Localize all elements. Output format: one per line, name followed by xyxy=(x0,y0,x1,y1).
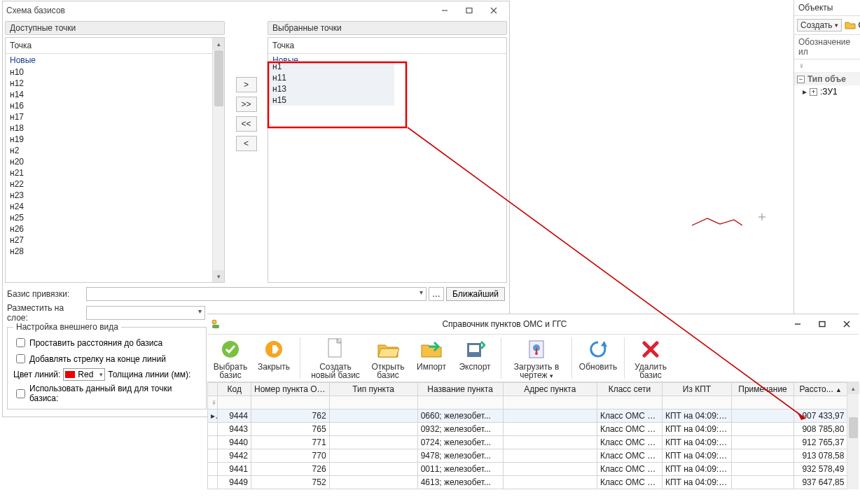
arrow-checkbox[interactable] xyxy=(16,354,25,363)
available-point[interactable]: н23 xyxy=(6,190,224,201)
available-point[interactable]: н28 xyxy=(6,246,224,257)
scroll-up-icon[interactable]: ▴ xyxy=(213,38,225,50)
dir-close-button[interactable] xyxy=(834,316,859,333)
filter-num[interactable] xyxy=(251,396,329,410)
table-scroll-thumb[interactable] xyxy=(849,417,858,438)
category-new[interactable]: Новые xyxy=(6,54,224,66)
scroll-down-icon[interactable]: ▾ xyxy=(213,270,225,282)
filter-addr[interactable] xyxy=(503,396,597,410)
import-button[interactable]: Импорт xyxy=(412,336,450,371)
object-zu1[interactable]: :ЗУ1 xyxy=(820,87,838,97)
open-basis-button[interactable]: Открыть базис xyxy=(369,336,407,379)
available-points-list[interactable]: Точка Новые н10н12н14н16н17н18н19н2н20н2… xyxy=(5,37,225,283)
close-button[interactable] xyxy=(481,1,506,19)
maximize-button[interactable] xyxy=(457,1,481,19)
scroll-thumb[interactable] xyxy=(214,50,223,106)
table-row[interactable]: 94497524613; железобет...Класс ОМС – ...… xyxy=(208,476,859,489)
available-point[interactable]: н20 xyxy=(6,156,224,167)
filter-code[interactable] xyxy=(218,396,251,410)
close-button-tool[interactable]: Закрыть xyxy=(255,336,293,371)
distance-checkbox[interactable] xyxy=(16,338,25,347)
refresh-button[interactable]: Обновить xyxy=(579,336,617,371)
load-to-drawing-button[interactable]: Загрузить в чертеж ▾ xyxy=(508,336,564,380)
create-button[interactable]: Создать▾ xyxy=(797,19,842,31)
appearance-group: Настройка внешнего вида Проставить расст… xyxy=(7,327,207,410)
filter-note[interactable] xyxy=(732,396,794,410)
col-class[interactable]: Класс сети xyxy=(597,383,662,396)
table-row[interactable]: 94437650932; железобет...Класс ОМС – ...… xyxy=(208,423,859,436)
export-button[interactable]: Экспорт xyxy=(456,336,494,371)
available-point[interactable]: н24 xyxy=(6,201,224,212)
col-note[interactable]: Примечание xyxy=(732,383,794,396)
filter-icon-cell[interactable]: ♀ xyxy=(208,396,218,410)
scrollbar[interactable]: ▴ ▾ xyxy=(212,38,224,282)
points-table[interactable]: Код Номер пункта ОМС Тип пункта Название… xyxy=(207,382,859,489)
available-point[interactable]: н21 xyxy=(6,167,224,178)
available-point[interactable]: н12 xyxy=(6,78,224,89)
available-point[interactable]: н2 xyxy=(6,145,224,156)
available-point[interactable]: н17 xyxy=(6,111,224,122)
selected-points-list[interactable]: Точка Новые н1н11н13н15 xyxy=(268,37,507,283)
available-point[interactable]: н27 xyxy=(6,234,224,246)
available-point[interactable]: н19 xyxy=(6,134,224,145)
col-kpt[interactable]: Из КПТ xyxy=(662,383,731,396)
basis-combo[interactable] xyxy=(86,287,426,301)
move-right-button[interactable]: > xyxy=(236,77,257,92)
filter-icon[interactable]: ♀ xyxy=(797,61,805,71)
move-all-right-button[interactable]: >> xyxy=(236,97,257,112)
select-basis-button[interactable]: Выбрать базис xyxy=(211,336,249,379)
col-dist[interactable]: Рассто... ▲ xyxy=(793,383,847,396)
filter-kpt[interactable] xyxy=(662,396,731,410)
svg-rect-9 xyxy=(819,322,825,327)
arrow-label: Добавлять стрелку на конце линий xyxy=(29,354,166,364)
sort-asc-icon: ▲ xyxy=(835,386,842,393)
table-row[interactable]: 94447620660; железобет...Класс ОМС – ...… xyxy=(208,410,859,423)
col-addr[interactable]: Адрес пункта xyxy=(503,383,597,396)
useview-checkbox[interactable] xyxy=(16,389,25,398)
expand-type-button[interactable]: − xyxy=(797,76,805,83)
col-type[interactable]: Тип пункта xyxy=(329,383,417,396)
col-name[interactable]: Название пункта xyxy=(417,383,503,396)
available-point[interactable]: н25 xyxy=(6,212,224,223)
table-scrollbar[interactable]: ▴ xyxy=(847,382,859,489)
layer-combo[interactable] xyxy=(86,306,205,320)
dir-maximize-button[interactable] xyxy=(810,316,834,333)
nearest-button[interactable]: Ближайший xyxy=(446,287,505,301)
selected-point[interactable]: н13 xyxy=(268,83,394,94)
filter-name[interactable] xyxy=(417,396,503,410)
move-left-button[interactable]: < xyxy=(236,136,257,151)
available-point[interactable]: н14 xyxy=(6,89,224,100)
selected-points-header: Выбранные точки xyxy=(268,21,507,35)
folder-icon[interactable] xyxy=(845,20,856,31)
thickness-label: Толщина линии (мм): xyxy=(108,370,190,379)
available-point[interactable]: н10 xyxy=(6,66,224,78)
expand-object-button[interactable]: + xyxy=(810,88,817,96)
selected-point[interactable]: н11 xyxy=(268,72,394,83)
available-point[interactable]: н22 xyxy=(6,178,224,190)
layer-label: Разместить на слое: xyxy=(7,303,86,323)
table-scroll-up[interactable]: ▴ xyxy=(847,382,859,394)
available-point[interactable]: н16 xyxy=(6,100,224,111)
color-combo[interactable]: Red▾ xyxy=(63,368,105,381)
selected-point[interactable]: н15 xyxy=(268,94,394,106)
create-basis-button[interactable]: Создать новый базис xyxy=(307,336,363,379)
basis-browse-button[interactable]: … xyxy=(429,287,444,301)
filter-type[interactable] xyxy=(329,396,417,410)
minimize-button[interactable] xyxy=(432,1,457,19)
available-point[interactable]: н18 xyxy=(6,122,224,134)
table-row[interactable]: 94427709478; железобет...Класс ОМС – ...… xyxy=(208,449,859,463)
dir-minimize-button[interactable] xyxy=(785,316,810,333)
available-point[interactable]: н26 xyxy=(6,223,224,234)
directory-title: Справочник пунктов ОМС и ГГС xyxy=(224,319,785,329)
selected-point[interactable]: н1 xyxy=(268,61,394,72)
table-row[interactable]: 94407710724; железобет...Класс ОМС – ...… xyxy=(208,436,859,449)
table-row[interactable]: 94417260011; железобет...Класс ОМС – ...… xyxy=(208,463,859,476)
delete-basis-button[interactable]: Удалить базис xyxy=(632,336,670,379)
row-selector-header xyxy=(208,383,218,396)
filter-class[interactable] xyxy=(597,396,662,410)
move-all-left-button[interactable]: << xyxy=(236,116,257,132)
col-oms-num[interactable]: Номер пункта ОМС xyxy=(251,383,329,396)
col-code[interactable]: Код xyxy=(218,383,251,396)
category-new-2[interactable]: Новые xyxy=(268,54,506,61)
filter-dist[interactable] xyxy=(793,396,847,410)
